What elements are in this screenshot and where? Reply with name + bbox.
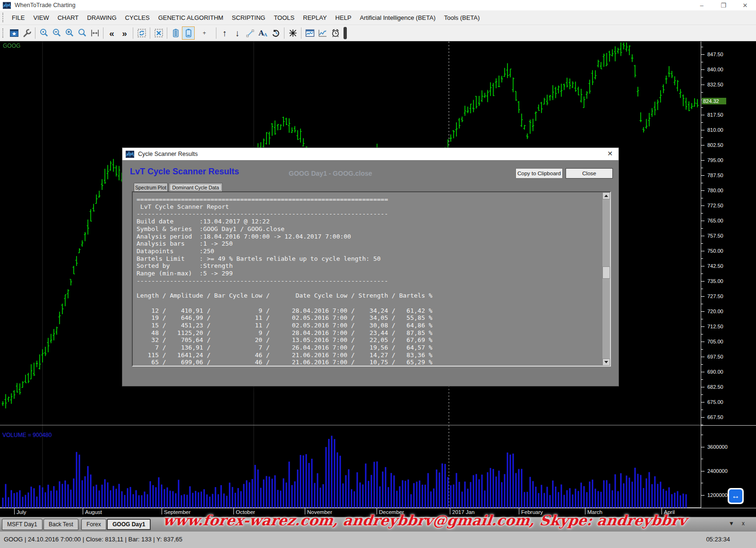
move-down-icon[interactable]: ↓ bbox=[231, 26, 244, 40]
tab-close-icon[interactable]: x bbox=[742, 520, 745, 527]
price-minor-tick bbox=[701, 137, 703, 138]
selection-delete-icon[interactable] bbox=[152, 26, 165, 40]
indicator-panel-icon[interactable] bbox=[303, 26, 316, 40]
zoom-in-icon[interactable] bbox=[63, 26, 76, 40]
menu-item-scripting[interactable]: SCRIPTING bbox=[228, 12, 270, 23]
dialog-heading: LvT Cycle Scanner Results bbox=[130, 167, 239, 177]
tab-spectrum-plot[interactable]: Spectrum Plot bbox=[134, 183, 168, 192]
volume-minor-tick bbox=[701, 483, 703, 483]
menu-item-view[interactable]: VIEW bbox=[29, 12, 53, 23]
restore-button[interactable]: ❐ bbox=[713, 0, 734, 10]
window-controls: –❐✕ bbox=[691, 0, 756, 10]
zoom-tool-icon[interactable] bbox=[76, 26, 88, 40]
compress-bars-icon[interactable] bbox=[169, 26, 182, 40]
status-readout: GOOG | 24.10.2016 7:00:00 | Close: 813,1… bbox=[4, 536, 182, 543]
chart-tab-goog-day1[interactable]: GOOG Day1 bbox=[107, 519, 151, 530]
volume-tick-label: 2400000 bbox=[707, 468, 728, 474]
toolbar-separator bbox=[103, 27, 103, 39]
price-tick-label: 697.50 bbox=[707, 354, 723, 360]
chart-tab-msft-day1[interactable]: MSFT Day1 bbox=[2, 519, 43, 530]
menu-item-genetic-algorithm[interactable]: GENETIC ALGORITHM bbox=[154, 12, 228, 23]
chart-tab-forex[interactable]: Forex bbox=[81, 519, 106, 530]
price-tick-label: 765.00 bbox=[707, 218, 723, 223]
report-box: ========================================… bbox=[132, 191, 611, 367]
menu-items: FILEVIEWCHARTDRAWINGCYCLESGENETIC ALGORI… bbox=[8, 12, 484, 23]
move-up-icon[interactable]: ↑ bbox=[218, 26, 231, 40]
menu-item-drawing[interactable]: DRAWING bbox=[83, 12, 120, 23]
scroll-left-icon[interactable]: « bbox=[105, 26, 118, 40]
price-tick-label: 817.50 bbox=[707, 112, 723, 118]
price-tick bbox=[701, 175, 704, 176]
menu-item-help[interactable]: HELP bbox=[331, 12, 356, 23]
text-tool-icon[interactable]: AA bbox=[257, 26, 269, 40]
price-axis[interactable]: 847.50840.00832.50825.00817.50810.00802.… bbox=[701, 42, 756, 508]
menu-item-tools[interactable]: TOOLS bbox=[269, 12, 299, 23]
undo-history-icon[interactable] bbox=[269, 26, 282, 40]
chart-tab-back-test[interactable]: Back Test bbox=[43, 519, 78, 530]
price-minor-tick bbox=[701, 183, 703, 183]
menu-item-file[interactable]: FILE bbox=[8, 12, 29, 23]
cycles-burst-icon[interactable] bbox=[286, 26, 299, 40]
zoom-range-icon[interactable] bbox=[37, 26, 50, 40]
price-tick-label: 787.50 bbox=[707, 172, 723, 178]
price-minor-tick bbox=[701, 62, 703, 62]
price-tick bbox=[701, 311, 704, 312]
menubar-drag-handle[interactable] bbox=[2, 13, 5, 22]
add-icon[interactable]: + bbox=[198, 26, 211, 40]
trendline-icon[interactable] bbox=[244, 26, 257, 40]
price-tick-label: 690.00 bbox=[707, 369, 723, 375]
tab-dominant-cycle-data[interactable]: Dominant Cycle Data bbox=[169, 183, 223, 192]
report-scrollbar[interactable] bbox=[602, 192, 610, 366]
dialog-title-bar[interactable]: Cycle Scanner Results ✕ bbox=[122, 148, 619, 160]
price-tick bbox=[701, 387, 704, 387]
toolbar-separator bbox=[133, 27, 133, 39]
price-minor-tick bbox=[701, 77, 703, 77]
price-tick-label: 735.00 bbox=[707, 278, 723, 284]
trend-chart-icon[interactable] bbox=[316, 26, 329, 40]
scroll-right-icon[interactable]: » bbox=[118, 26, 131, 40]
menu-item-replay[interactable]: REPLAY bbox=[299, 12, 331, 23]
zoom-out-icon[interactable] bbox=[50, 26, 63, 40]
price-tick-label: 832.50 bbox=[707, 82, 723, 87]
price-tick bbox=[701, 281, 704, 282]
scroll-down-icon[interactable] bbox=[602, 359, 610, 366]
menu-item-artificial-intelligence-beta[interactable]: Artificial Intelligence (BETA) bbox=[356, 12, 440, 23]
close-button[interactable]: Close bbox=[566, 168, 613, 179]
price-minor-tick bbox=[701, 228, 703, 229]
scrollbar-thumb[interactable] bbox=[602, 266, 610, 279]
volume-tick-label: 3600000 bbox=[707, 444, 728, 450]
scroll-up-icon[interactable] bbox=[602, 192, 610, 199]
bar-spacing-icon[interactable] bbox=[88, 26, 101, 40]
expand-bars-icon[interactable] bbox=[182, 26, 195, 40]
menu-item-chart[interactable]: CHART bbox=[53, 12, 83, 23]
price-minor-tick bbox=[701, 107, 703, 108]
watermark-text: www.forex-warez.com, andreybbrv@gmail.co… bbox=[162, 512, 687, 529]
menu-item-tools-beta[interactable]: Tools (BETA) bbox=[440, 12, 484, 23]
minimize-button[interactable]: – bbox=[691, 0, 713, 10]
dialog-title: Cycle Scanner Results bbox=[138, 151, 198, 157]
properties-wrench-icon[interactable] bbox=[20, 26, 33, 40]
status-clock: 05:23:34 bbox=[706, 536, 730, 543]
toolbar-drag-handle[interactable] bbox=[2, 28, 5, 38]
dialog-close-icon[interactable]: ✕ bbox=[607, 150, 613, 157]
price-minor-tick bbox=[701, 122, 703, 123]
copy-to-clipboard-button[interactable]: Copy to Clipboard bbox=[515, 168, 563, 179]
menu-item-cycles[interactable]: CYCLES bbox=[121, 12, 154, 23]
price-tick-label: 682.50 bbox=[707, 384, 723, 390]
tab-dropdown-icon[interactable]: ▼ bbox=[729, 520, 734, 527]
title-bar[interactable]: WhenToTrade Charting –❐✕ bbox=[0, 0, 756, 10]
price-tick-label: 802.50 bbox=[707, 142, 723, 148]
price-minor-tick bbox=[701, 394, 703, 395]
month-label: August bbox=[85, 509, 102, 515]
chart-window-icon[interactable] bbox=[8, 26, 20, 40]
toolbar-separator bbox=[167, 27, 167, 39]
remote-control-badge[interactable]: ↔ bbox=[728, 488, 744, 504]
close-button[interactable]: ✕ bbox=[734, 0, 756, 10]
price-tick bbox=[701, 357, 704, 357]
alerts-clock-icon[interactable] bbox=[329, 26, 342, 40]
selection-refresh-icon[interactable] bbox=[135, 26, 148, 40]
price-tick bbox=[701, 402, 704, 402]
price-minor-tick bbox=[701, 289, 703, 289]
price-minor-tick bbox=[701, 153, 703, 153]
toolbar-grip[interactable] bbox=[344, 27, 347, 39]
